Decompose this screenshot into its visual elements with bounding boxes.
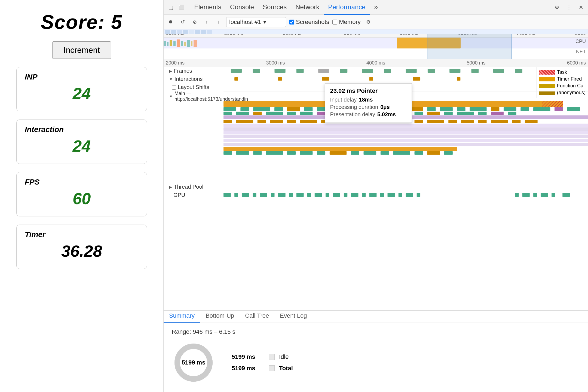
- svg-rect-77: [258, 120, 266, 123]
- svg-rect-97: [223, 131, 588, 134]
- tab-performance[interactable]: Performance: [324, 0, 370, 15]
- main-track-content: [164, 101, 588, 183]
- svg-rect-142: [533, 193, 537, 197]
- svg-rect-26: [322, 77, 329, 81]
- memory-checkbox[interactable]: [332, 20, 337, 24]
- svg-rect-143: [541, 193, 548, 197]
- svg-rect-113: [393, 151, 410, 155]
- interactions-content: [223, 75, 588, 83]
- screenshots-label: Screenshots: [296, 19, 329, 26]
- close-icon[interactable]: ✕: [576, 2, 586, 12]
- svg-rect-119: [234, 193, 238, 197]
- reload-record-button[interactable]: ↺: [178, 18, 187, 26]
- svg-rect-101: [223, 147, 457, 151]
- interactions-label[interactable]: ▼ Interactions: [164, 76, 223, 82]
- capture-settings-icon[interactable]: ⚙: [364, 18, 373, 26]
- svg-rect-22: [493, 69, 504, 73]
- svg-rect-64: [363, 112, 376, 115]
- gpu-label: GPU: [164, 192, 223, 198]
- svg-rect-45: [427, 107, 436, 111]
- tab-bottom-up[interactable]: Bottom-Up: [200, 312, 240, 323]
- main-expand-icon[interactable]: ▼: [169, 94, 173, 99]
- more-options-icon[interactable]: ⋮: [564, 2, 574, 12]
- tab-event-log[interactable]: Event Log: [274, 312, 312, 323]
- interactions-expand-icon[interactable]: ▼: [169, 77, 173, 81]
- svg-rect-23: [515, 69, 522, 73]
- screenshots-checkbox-label[interactable]: Screenshots: [289, 19, 329, 26]
- svg-rect-75: [223, 120, 232, 123]
- svg-rect-4: [177, 39, 180, 47]
- svg-rect-40: [347, 107, 359, 111]
- svg-rect-59: [287, 112, 296, 115]
- svg-rect-123: [271, 193, 274, 197]
- inspect-icon[interactable]: ⬚: [166, 2, 176, 12]
- tab-call-tree[interactable]: Call Tree: [240, 312, 274, 323]
- interaction-label: Interaction: [25, 125, 139, 134]
- tab-more[interactable]: »: [370, 0, 382, 15]
- svg-rect-115: [427, 151, 440, 155]
- main-label[interactable]: ▼ Main — http://localhost:5173/understan…: [164, 91, 223, 102]
- tab-sources[interactable]: Sources: [258, 0, 291, 15]
- layout-shifts-label[interactable]: Layout Shifts: [164, 84, 223, 90]
- interaction-value: 24: [25, 137, 139, 155]
- svg-rect-128: [315, 193, 322, 197]
- tab-network[interactable]: Network: [291, 0, 324, 15]
- timer-label: Timer: [25, 230, 139, 239]
- svg-rect-126: [296, 193, 304, 197]
- svg-rect-17: [384, 69, 391, 73]
- svg-rect-6: [184, 42, 186, 46]
- tab-elements[interactable]: Elements: [190, 0, 226, 15]
- thread-pool-label[interactable]: ▶ Thread Pool: [164, 184, 223, 190]
- detail-mark-4: 6000 ms: [567, 60, 586, 66]
- settings-icon[interactable]: ⚙: [552, 2, 562, 12]
- increment-button[interactable]: Increment: [52, 41, 111, 59]
- svg-rect-141: [522, 193, 530, 197]
- thread-pool-expand-icon[interactable]: ▶: [169, 185, 172, 189]
- download-button[interactable]: ↓: [214, 18, 223, 26]
- tab-console[interactable]: Console: [226, 0, 258, 15]
- summary-row: 5199 ms 5199 ms Idle 5199 ms Total: [172, 341, 580, 384]
- svg-rect-32: [223, 107, 236, 111]
- inp-value: 24: [25, 84, 139, 103]
- svg-rect-52: [533, 107, 550, 111]
- url-dropdown-icon[interactable]: ▾: [263, 19, 266, 26]
- clear-button[interactable]: ⊘: [190, 18, 199, 26]
- svg-rect-124: [278, 193, 286, 197]
- upload-button[interactable]: ↑: [202, 18, 211, 26]
- frames-track: ▶ Frames: [164, 67, 588, 75]
- svg-rect-121: [253, 193, 256, 197]
- frames-expand-icon[interactable]: ▶: [169, 69, 172, 73]
- svg-rect-11: [253, 69, 260, 73]
- timer-card: Timer 36.28: [16, 225, 147, 269]
- svg-rect-68: [427, 112, 440, 115]
- svg-rect-7: [187, 40, 190, 47]
- thread-pool-content: [223, 183, 588, 191]
- svg-rect-55: [223, 112, 232, 115]
- screenshots-checkbox[interactable]: [289, 20, 294, 24]
- tab-summary[interactable]: Summary: [164, 312, 200, 323]
- thread-pool-label-text: Thread Pool: [174, 184, 203, 190]
- detail-ruler-marks: 2000 ms 3000 ms 4000 ms 5000 ms 6000 ms: [166, 60, 586, 66]
- svg-rect-139: [417, 193, 420, 197]
- layout-shifts-checkbox[interactable]: [172, 85, 176, 90]
- svg-rect-49: [491, 107, 499, 111]
- fps-value: 60: [25, 189, 139, 208]
- legend-idle: 5199 ms Idle: [232, 353, 293, 360]
- right-panel: ⬚ ⬜ Elements Console Sources Network Per…: [163, 0, 588, 392]
- svg-rect-118: [223, 193, 231, 197]
- memory-checkbox-label[interactable]: Memory: [332, 19, 360, 26]
- device-icon[interactable]: ⬜: [177, 2, 186, 12]
- svg-rect-79: [287, 120, 296, 123]
- svg-rect-98: [223, 135, 588, 138]
- svg-rect-70: [457, 112, 474, 115]
- record-button[interactable]: ⏺: [166, 18, 175, 26]
- main-track-header: ▼ Main — http://localhost:5173/understan…: [164, 91, 588, 101]
- svg-rect-86: [397, 120, 410, 123]
- svg-rect-66: [393, 112, 410, 115]
- perf-toolbar: ⏺ ↺ ⊘ ↑ ↓ localhost #1 ▾ Screenshots Mem…: [164, 15, 588, 29]
- svg-rect-65: [381, 112, 389, 115]
- svg-rect-30: [223, 101, 563, 107]
- frames-label[interactable]: ▶ Frames: [164, 68, 223, 74]
- svg-rect-44: [406, 107, 423, 111]
- interactions-label-text: Interactions: [174, 76, 203, 82]
